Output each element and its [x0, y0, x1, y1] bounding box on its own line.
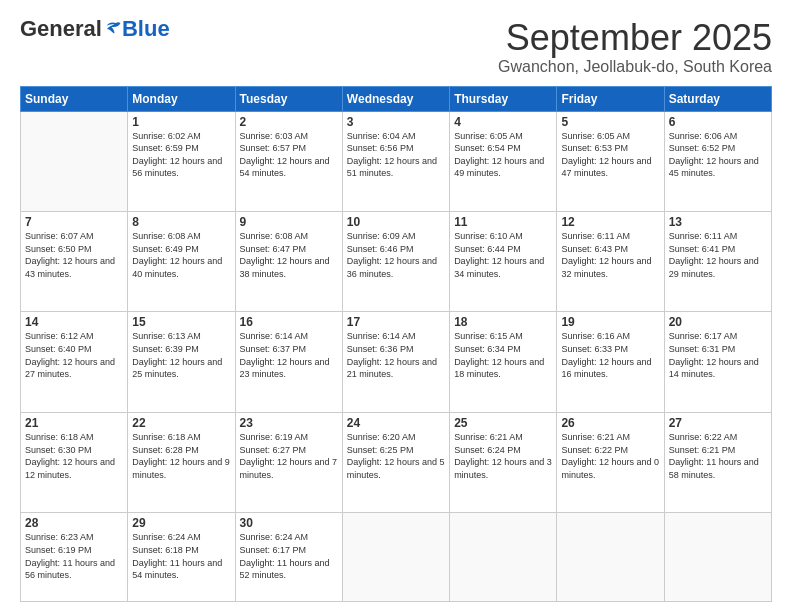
page-header: General Blue September 2025 Gwanchon, Je…: [20, 18, 772, 76]
day-info: Sunrise: 6:12 AM Sunset: 6:40 PM Dayligh…: [25, 330, 123, 380]
day-number: 20: [669, 315, 767, 329]
calendar-cell: 25Sunrise: 6:21 AM Sunset: 6:24 PM Dayli…: [450, 412, 557, 512]
header-friday: Friday: [557, 86, 664, 111]
day-number: 14: [25, 315, 123, 329]
calendar-cell: 27Sunrise: 6:22 AM Sunset: 6:21 PM Dayli…: [664, 412, 771, 512]
day-number: 27: [669, 416, 767, 430]
day-number: 17: [347, 315, 445, 329]
header-thursday: Thursday: [450, 86, 557, 111]
day-info: Sunrise: 6:08 AM Sunset: 6:47 PM Dayligh…: [240, 230, 338, 280]
day-info: Sunrise: 6:05 AM Sunset: 6:53 PM Dayligh…: [561, 130, 659, 180]
day-number: 2: [240, 115, 338, 129]
calendar-table: Sunday Monday Tuesday Wednesday Thursday…: [20, 86, 772, 602]
day-number: 10: [347, 215, 445, 229]
day-number: 3: [347, 115, 445, 129]
day-info: Sunrise: 6:03 AM Sunset: 6:57 PM Dayligh…: [240, 130, 338, 180]
day-info: Sunrise: 6:24 AM Sunset: 6:17 PM Dayligh…: [240, 531, 338, 581]
calendar-cell: 5Sunrise: 6:05 AM Sunset: 6:53 PM Daylig…: [557, 111, 664, 211]
day-info: Sunrise: 6:14 AM Sunset: 6:36 PM Dayligh…: [347, 330, 445, 380]
day-info: Sunrise: 6:23 AM Sunset: 6:19 PM Dayligh…: [25, 531, 123, 581]
calendar-cell: 6Sunrise: 6:06 AM Sunset: 6:52 PM Daylig…: [664, 111, 771, 211]
calendar-cell: 11Sunrise: 6:10 AM Sunset: 6:44 PM Dayli…: [450, 212, 557, 312]
calendar-cell: 28Sunrise: 6:23 AM Sunset: 6:19 PM Dayli…: [21, 513, 128, 602]
day-number: 4: [454, 115, 552, 129]
calendar-cell: 24Sunrise: 6:20 AM Sunset: 6:25 PM Dayli…: [342, 412, 449, 512]
header-sunday: Sunday: [21, 86, 128, 111]
calendar-cell: 16Sunrise: 6:14 AM Sunset: 6:37 PM Dayli…: [235, 312, 342, 412]
calendar-cell: 7Sunrise: 6:07 AM Sunset: 6:50 PM Daylig…: [21, 212, 128, 312]
day-number: 16: [240, 315, 338, 329]
calendar-cell: 29Sunrise: 6:24 AM Sunset: 6:18 PM Dayli…: [128, 513, 235, 602]
header-tuesday: Tuesday: [235, 86, 342, 111]
day-number: 5: [561, 115, 659, 129]
day-info: Sunrise: 6:21 AM Sunset: 6:24 PM Dayligh…: [454, 431, 552, 481]
calendar-cell: [21, 111, 128, 211]
day-number: 22: [132, 416, 230, 430]
day-number: 29: [132, 516, 230, 530]
day-number: 8: [132, 215, 230, 229]
calendar-cell: 14Sunrise: 6:12 AM Sunset: 6:40 PM Dayli…: [21, 312, 128, 412]
location-title: Gwanchon, Jeollabuk-do, South Korea: [498, 58, 772, 76]
day-number: 26: [561, 416, 659, 430]
day-info: Sunrise: 6:20 AM Sunset: 6:25 PM Dayligh…: [347, 431, 445, 481]
day-number: 24: [347, 416, 445, 430]
day-info: Sunrise: 6:10 AM Sunset: 6:44 PM Dayligh…: [454, 230, 552, 280]
week-row-2: 7Sunrise: 6:07 AM Sunset: 6:50 PM Daylig…: [21, 212, 772, 312]
day-info: Sunrise: 6:24 AM Sunset: 6:18 PM Dayligh…: [132, 531, 230, 581]
calendar-cell: 8Sunrise: 6:08 AM Sunset: 6:49 PM Daylig…: [128, 212, 235, 312]
calendar-cell: 17Sunrise: 6:14 AM Sunset: 6:36 PM Dayli…: [342, 312, 449, 412]
day-info: Sunrise: 6:19 AM Sunset: 6:27 PM Dayligh…: [240, 431, 338, 481]
day-info: Sunrise: 6:06 AM Sunset: 6:52 PM Dayligh…: [669, 130, 767, 180]
logo-general: General: [20, 18, 102, 40]
weekday-header-row: Sunday Monday Tuesday Wednesday Thursday…: [21, 86, 772, 111]
calendar-cell: 22Sunrise: 6:18 AM Sunset: 6:28 PM Dayli…: [128, 412, 235, 512]
calendar-cell: [450, 513, 557, 602]
day-info: Sunrise: 6:17 AM Sunset: 6:31 PM Dayligh…: [669, 330, 767, 380]
calendar-cell: 18Sunrise: 6:15 AM Sunset: 6:34 PM Dayli…: [450, 312, 557, 412]
day-info: Sunrise: 6:21 AM Sunset: 6:22 PM Dayligh…: [561, 431, 659, 481]
day-number: 1: [132, 115, 230, 129]
day-number: 12: [561, 215, 659, 229]
week-row-5: 28Sunrise: 6:23 AM Sunset: 6:19 PM Dayli…: [21, 513, 772, 602]
calendar-cell: 2Sunrise: 6:03 AM Sunset: 6:57 PM Daylig…: [235, 111, 342, 211]
week-row-3: 14Sunrise: 6:12 AM Sunset: 6:40 PM Dayli…: [21, 312, 772, 412]
day-number: 15: [132, 315, 230, 329]
day-number: 25: [454, 416, 552, 430]
calendar-cell: [557, 513, 664, 602]
day-info: Sunrise: 6:15 AM Sunset: 6:34 PM Dayligh…: [454, 330, 552, 380]
day-number: 19: [561, 315, 659, 329]
calendar-cell: [342, 513, 449, 602]
day-number: 6: [669, 115, 767, 129]
calendar-cell: 3Sunrise: 6:04 AM Sunset: 6:56 PM Daylig…: [342, 111, 449, 211]
header-wednesday: Wednesday: [342, 86, 449, 111]
calendar-cell: 12Sunrise: 6:11 AM Sunset: 6:43 PM Dayli…: [557, 212, 664, 312]
week-row-4: 21Sunrise: 6:18 AM Sunset: 6:30 PM Dayli…: [21, 412, 772, 512]
day-info: Sunrise: 6:14 AM Sunset: 6:37 PM Dayligh…: [240, 330, 338, 380]
calendar-cell: 30Sunrise: 6:24 AM Sunset: 6:17 PM Dayli…: [235, 513, 342, 602]
day-info: Sunrise: 6:18 AM Sunset: 6:28 PM Dayligh…: [132, 431, 230, 481]
day-info: Sunrise: 6:02 AM Sunset: 6:59 PM Dayligh…: [132, 130, 230, 180]
calendar-cell: 10Sunrise: 6:09 AM Sunset: 6:46 PM Dayli…: [342, 212, 449, 312]
calendar-cell: 4Sunrise: 6:05 AM Sunset: 6:54 PM Daylig…: [450, 111, 557, 211]
month-title: September 2025: [498, 18, 772, 58]
day-info: Sunrise: 6:13 AM Sunset: 6:39 PM Dayligh…: [132, 330, 230, 380]
calendar-cell: 21Sunrise: 6:18 AM Sunset: 6:30 PM Dayli…: [21, 412, 128, 512]
logo: General Blue: [20, 18, 170, 40]
calendar-cell: 15Sunrise: 6:13 AM Sunset: 6:39 PM Dayli…: [128, 312, 235, 412]
logo-blue: Blue: [122, 18, 170, 40]
day-number: 18: [454, 315, 552, 329]
day-info: Sunrise: 6:18 AM Sunset: 6:30 PM Dayligh…: [25, 431, 123, 481]
calendar-cell: [664, 513, 771, 602]
title-block: September 2025 Gwanchon, Jeollabuk-do, S…: [498, 18, 772, 76]
week-row-1: 1Sunrise: 6:02 AM Sunset: 6:59 PM Daylig…: [21, 111, 772, 211]
header-monday: Monday: [128, 86, 235, 111]
calendar-cell: 20Sunrise: 6:17 AM Sunset: 6:31 PM Dayli…: [664, 312, 771, 412]
day-info: Sunrise: 6:09 AM Sunset: 6:46 PM Dayligh…: [347, 230, 445, 280]
day-info: Sunrise: 6:08 AM Sunset: 6:49 PM Dayligh…: [132, 230, 230, 280]
day-info: Sunrise: 6:04 AM Sunset: 6:56 PM Dayligh…: [347, 130, 445, 180]
day-info: Sunrise: 6:11 AM Sunset: 6:43 PM Dayligh…: [561, 230, 659, 280]
calendar-cell: 19Sunrise: 6:16 AM Sunset: 6:33 PM Dayli…: [557, 312, 664, 412]
day-number: 28: [25, 516, 123, 530]
day-number: 30: [240, 516, 338, 530]
day-number: 9: [240, 215, 338, 229]
